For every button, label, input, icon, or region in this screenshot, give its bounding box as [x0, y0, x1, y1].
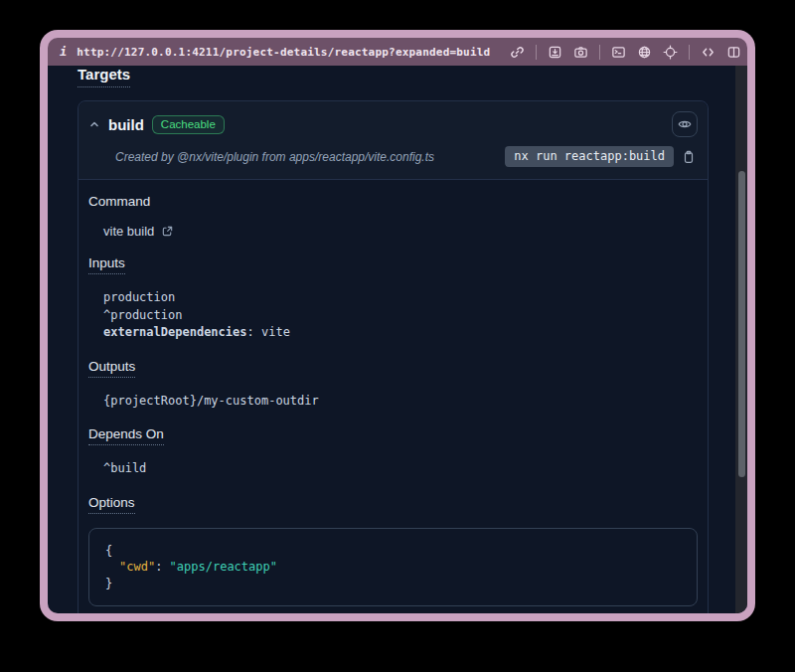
target-name-build: build — [108, 116, 144, 133]
outputs-list: {projectRoot}/my-custom-outdir — [103, 393, 698, 411]
input-item: ^production — [103, 307, 698, 325]
scrollbar-thumb[interactable] — [738, 171, 745, 477]
code-icon[interactable] — [701, 45, 716, 60]
toolbar-divider — [536, 45, 537, 60]
camera-icon[interactable] — [573, 45, 588, 60]
clipboard-icon — [682, 149, 696, 164]
terminal-icon[interactable] — [611, 45, 626, 60]
build-header-row[interactable]: build Cacheable — [88, 111, 698, 137]
build-header-subrow: Created by @nx/vite/plugin from apps/rea… — [88, 146, 698, 167]
command-section-label: Command — [88, 194, 698, 209]
globe-icon[interactable] — [637, 45, 652, 60]
eye-icon — [678, 117, 692, 131]
target-icon[interactable] — [663, 45, 678, 60]
browser-window: i http://127.0.0.1:4211/project-details/… — [40, 30, 755, 621]
build-card-header: build Cacheable Created by @nx/vite/plug… — [79, 101, 708, 180]
browser-chrome: i http://127.0.0.1:4211/project-details/… — [48, 38, 747, 66]
project-details-content: Targets build Cacheable — [48, 66, 747, 613]
json-cwd-line: "cwd": "apps/reactapp" — [105, 559, 681, 576]
json-open-brace: { — [105, 543, 681, 560]
link-icon[interactable] — [510, 45, 525, 60]
build-card-body: Command vite build Inputs production ^pr… — [79, 194, 708, 613]
depends-on-list: ^build — [103, 460, 698, 478]
depends-on-item: ^build — [103, 460, 698, 478]
run-command-chip: nx run reactapp:build — [505, 146, 674, 167]
options-section-label: Options — [88, 495, 698, 514]
target-card-build: build Cacheable Created by @nx/vite/plug… — [78, 100, 709, 613]
inputs-list: production ^production externalDependenc… — [103, 289, 698, 342]
command-value: vite build — [103, 224, 698, 239]
output-item: {projectRoot}/my-custom-outdir — [103, 393, 698, 411]
toolbar-divider — [689, 45, 690, 60]
input-item-external-deps: externalDependencies: vite — [103, 324, 698, 342]
page-title: Targets — [78, 66, 130, 87]
save-screenshot-icon[interactable] — [548, 45, 562, 60]
view-graph-button[interactable] — [672, 111, 698, 137]
address-url[interactable]: http://127.0.0.1:4211/project-details/re… — [77, 46, 490, 59]
info-icon[interactable]: i — [60, 45, 67, 59]
split-view-icon[interactable] — [726, 45, 741, 60]
external-link-icon[interactable] — [161, 225, 174, 238]
page-viewport: Targets build Cacheable — [48, 66, 747, 613]
chevron-up-icon[interactable] — [88, 118, 100, 130]
created-by-text: Created by @nx/vite/plugin from apps/rea… — [115, 150, 434, 164]
cacheable-badge: Cacheable — [152, 115, 225, 134]
toolbar-divider — [599, 45, 600, 60]
scrollbar-track[interactable] — [735, 66, 747, 613]
copy-command-button[interactable] — [682, 149, 696, 164]
chrome-toolbar — [510, 45, 741, 60]
inputs-section-label: Inputs — [88, 255, 698, 274]
depends-on-section-label: Depends On — [88, 426, 698, 445]
json-close-brace: } — [105, 576, 681, 592]
input-item: production — [103, 289, 698, 307]
options-code-block: {"cwd": "apps/reactapp"} — [88, 528, 698, 607]
outputs-section-label: Outputs — [88, 359, 698, 378]
